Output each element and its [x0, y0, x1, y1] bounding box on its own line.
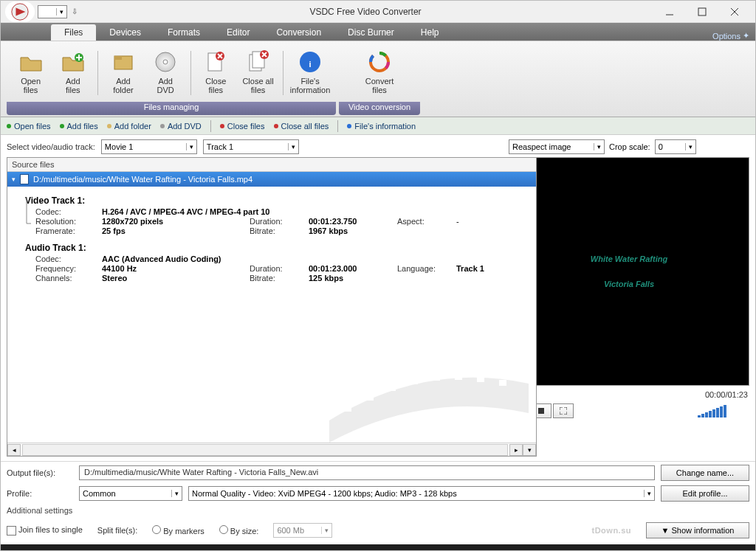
- brand-watermark: tDown.su: [592, 526, 632, 535]
- additional-settings-header: Additional settings: [7, 506, 749, 515]
- options-link[interactable]: Options ✦: [712, 31, 749, 41]
- video-track-title: Video Track 1:: [25, 195, 530, 206]
- tb-add-folder[interactable]: Add folder: [107, 122, 151, 131]
- show-information-button[interactable]: ▼ Show information: [646, 522, 749, 538]
- h-scrollbar[interactable]: ◂ ▸ ▾: [7, 443, 536, 456]
- movie-select[interactable]: Movie 1▾: [101, 139, 197, 154]
- add-files-button[interactable]: Addfiles: [54, 46, 92, 100]
- tab-conversion[interactable]: Conversion: [263, 24, 334, 41]
- tb-add-dvd[interactable]: Add DVD: [160, 122, 202, 131]
- convert-icon: [368, 50, 391, 74]
- tb-file-info[interactable]: File's information: [347, 122, 416, 131]
- join-files-checkbox[interactable]: Join files to single: [7, 525, 83, 536]
- svg-text:i: i: [309, 60, 312, 69]
- select-track-label: Select video/audio track:: [7, 142, 95, 151]
- close-all-files-button[interactable]: Close allfiles: [239, 46, 277, 100]
- files-close-icon: [247, 50, 270, 74]
- right-column: Reaspect image▾ Crop scale: 0▾ White Wat…: [509, 139, 749, 457]
- scroll-left-icon[interactable]: ◂: [7, 444, 21, 456]
- file-close-icon: [204, 50, 227, 74]
- qat-customize-icon[interactable]: ⇩: [72, 7, 78, 15]
- svg-rect-23: [477, 376, 484, 382]
- crop-scale-input[interactable]: 0▾: [655, 139, 696, 154]
- fullscreen-button[interactable]: [553, 403, 574, 418]
- split-size-input[interactable]: 600 Mb▾: [273, 523, 332, 538]
- preview-mode-select[interactable]: Reaspect image▾: [509, 139, 605, 154]
- maximize-button[interactable]: [686, 1, 718, 23]
- svg-rect-20: [410, 378, 418, 384]
- track-selectors: Select video/audio track: Movie 1▾ Track…: [7, 139, 503, 154]
- svg-rect-21: [433, 375, 440, 381]
- svg-rect-22: [455, 374, 462, 380]
- tracks-details: Video Track 1: Codec:H.264 / AVC / MPEG-…: [7, 187, 536, 443]
- toolbar-secondary: Open files Add files Add folder Add DVD …: [1, 117, 755, 135]
- profile-category-select[interactable]: Common▾: [79, 486, 182, 501]
- close-files-button[interactable]: Closefiles: [197, 46, 235, 100]
- add-dvd-button[interactable]: AddDVD: [147, 46, 185, 100]
- scroll-end-icon[interactable]: ▾: [523, 444, 536, 456]
- additional-settings-row: Join files to single Split file(s): By m…: [7, 519, 749, 538]
- os-taskbar: [1, 544, 755, 550]
- left-column: Select video/audio track: Movie 1▾ Track…: [7, 139, 503, 457]
- add-folder-button[interactable]: Addfolder: [104, 46, 142, 100]
- tb-close-all[interactable]: Close all files: [274, 122, 329, 131]
- output-file-field[interactable]: D:/multimedia/music/White Water Rafting …: [79, 465, 655, 480]
- scroll-right-icon[interactable]: ▸: [509, 444, 523, 456]
- by-markers-radio[interactable]: By markers: [152, 525, 205, 536]
- options-star-icon: ✦: [743, 31, 749, 41]
- qat-dropdown[interactable]: ▾: [38, 5, 67, 18]
- tab-formats[interactable]: Formats: [154, 24, 213, 41]
- profile-description-select[interactable]: Normal Quality - Video: XviD MPEG4 - 120…: [188, 486, 655, 501]
- tb-open-files[interactable]: Open files: [7, 122, 51, 131]
- video-codec: H.264 / AVC / MPEG-4 AVC / MPEG-4 part 1…: [102, 207, 530, 216]
- tb-add-files[interactable]: Add files: [60, 122, 98, 131]
- title-bar: ▾ ⇩ VSDC Free Video Converter: [1, 1, 755, 23]
- expand-icon: [560, 407, 567, 415]
- dvd-icon: [154, 50, 177, 74]
- tab-help[interactable]: Help: [408, 24, 453, 41]
- source-files-header: Source files: [7, 158, 536, 172]
- svg-rect-2: [698, 8, 706, 15]
- bottom-panel: Output file(s): D:/multimedia/music/Whit…: [1, 461, 755, 544]
- svg-rect-18: [366, 395, 374, 401]
- audio-bitrate: 125 kbps: [309, 274, 397, 283]
- svg-rect-19: [388, 385, 396, 391]
- source-file-row[interactable]: ▾ D:/multimedia/music/White Water Raftin…: [7, 172, 536, 187]
- folder-icon: [111, 50, 135, 74]
- file-icon: [20, 174, 29, 184]
- video-preview[interactable]: White Water Rafting Victoria Falls: [509, 157, 749, 386]
- video-resolution: 1280x720 pixels: [102, 217, 250, 226]
- file-info-button[interactable]: iFile'sinformation: [289, 46, 331, 100]
- minimize-button[interactable]: [653, 1, 686, 23]
- main-area: Select video/audio track: Movie 1▾ Track…: [1, 135, 755, 461]
- info-icon: i: [298, 50, 322, 74]
- quick-access-toolbar: ▾ ⇩: [38, 5, 78, 18]
- tab-files[interactable]: Files: [51, 24, 96, 41]
- svg-rect-25: [538, 408, 544, 414]
- expand-icon: ▾: [12, 176, 16, 183]
- tab-devices[interactable]: Devices: [96, 24, 154, 41]
- track-select[interactable]: Track 1▾: [203, 139, 299, 154]
- window-title: VSDC Free Video Converter: [78, 7, 653, 17]
- app-logo[interactable]: [5, 1, 35, 22]
- by-size-radio[interactable]: By size:: [219, 525, 259, 536]
- close-button[interactable]: [718, 1, 751, 23]
- filmstrip-watermark: [315, 354, 536, 443]
- change-name-button[interactable]: Change name...: [661, 465, 749, 481]
- tab-disc-burner[interactable]: Disc Burner: [334, 24, 408, 41]
- audio-duration: 00:01:23.000: [309, 264, 397, 273]
- tab-editor[interactable]: Editor: [213, 24, 263, 41]
- volume-indicator[interactable]: [698, 404, 749, 417]
- audio-language: Track 1: [456, 264, 530, 273]
- output-label: Output file(s):: [7, 468, 73, 477]
- profile-label: Profile:: [7, 489, 73, 498]
- audio-frequency: 44100 Hz: [102, 264, 250, 273]
- edit-profile-button[interactable]: Edit profile...: [661, 485, 749, 502]
- player-controls: [509, 403, 749, 418]
- convert-files-button[interactable]: Convertfiles: [354, 46, 405, 100]
- folder-open-icon: [19, 50, 43, 74]
- video-aspect: -: [456, 217, 530, 226]
- tb-close-files[interactable]: Close files: [220, 122, 265, 131]
- open-files-button[interactable]: Openfiles: [12, 46, 49, 100]
- svg-rect-24: [499, 380, 506, 386]
